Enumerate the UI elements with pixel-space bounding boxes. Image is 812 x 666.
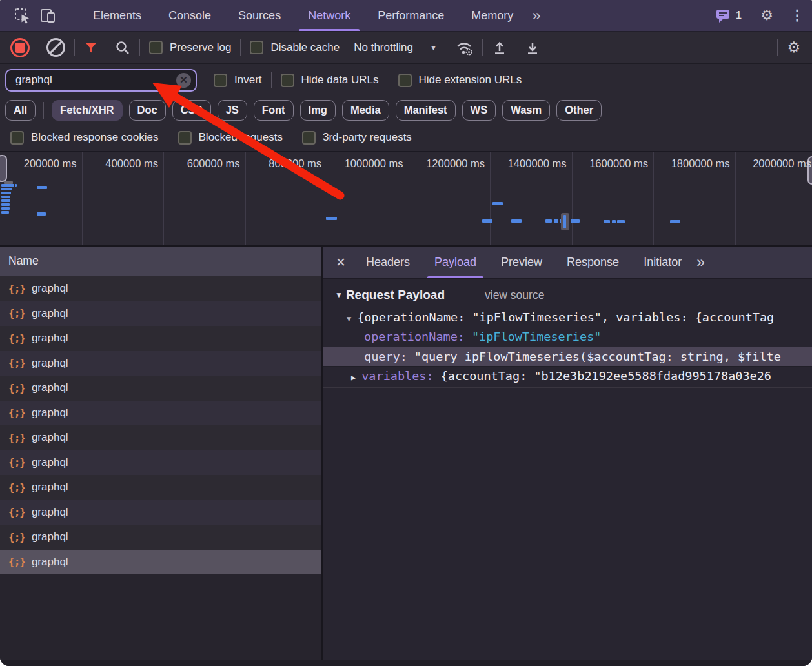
filter-chip-js[interactable]: JS — [218, 100, 247, 121]
clear-filter-icon[interactable]: ✕ — [176, 73, 191, 88]
timeline-request-bar — [482, 219, 492, 223]
tab-console[interactable]: Console — [155, 0, 225, 31]
name-column-header[interactable]: Name — [0, 247, 321, 276]
payload-variables-row[interactable]: ▶variables:{accountTag: "b12e3b2192ee558… — [323, 367, 812, 386]
devtools-window: ElementsConsoleSourcesNetworkPerformance… — [0, 0, 812, 666]
tree-expanded-icon[interactable]: ▼ — [347, 309, 351, 328]
filter-chip-ws[interactable]: WS — [462, 100, 496, 121]
record-network-log-button[interactable] — [10, 38, 30, 57]
payload-query-row-selected[interactable]: query:"query ipFlowTimeseries($accountTa… — [323, 347, 812, 367]
inspect-element-icon[interactable] — [9, 0, 35, 31]
checkbox-icon[interactable] — [250, 41, 263, 54]
details-tab-initiator[interactable]: Initiator — [631, 247, 694, 278]
network-main-area: Name {;}graphql{;}graphql{;}graphql{;}gr… — [0, 247, 812, 660]
filter-funnel-icon[interactable] — [84, 41, 98, 55]
filter-chip-fetch-xhr[interactable]: Fetch/XHR — [52, 100, 122, 121]
filter-input[interactable] — [14, 73, 176, 87]
network-request-row[interactable]: {;}graphql — [0, 301, 321, 327]
network-request-row[interactable]: {;}graphql — [0, 425, 321, 450]
disable-cache-checkbox[interactable]: Disable cache — [250, 41, 340, 54]
issues-message-icon[interactable] — [716, 8, 731, 23]
window-bottom-edge — [0, 660, 812, 666]
hide-data-urls-checkbox[interactable]: Hide data URLs — [281, 74, 379, 87]
throttling-select[interactable]: No throttling ▼ — [354, 41, 437, 54]
tab-performance[interactable]: Performance — [364, 0, 458, 31]
issues-count[interactable]: 1 — [736, 9, 742, 22]
checkbox-icon[interactable] — [281, 74, 294, 87]
network-request-row[interactable]: {;}graphql — [0, 401, 321, 426]
network-request-row[interactable]: {;}graphql — [0, 525, 321, 550]
more-details-tabs-icon[interactable]: » — [696, 254, 705, 271]
throttling-value: No throttling — [354, 41, 413, 54]
checkbox-icon[interactable] — [302, 131, 316, 145]
tab-network[interactable]: Network — [294, 0, 364, 31]
details-tab-payload[interactable]: Payload — [422, 247, 489, 278]
network-request-row[interactable]: {;}graphql — [0, 475, 321, 500]
request-payload-section[interactable]: ▼ Request Payload view source — [335, 288, 812, 302]
tree-collapsed-icon[interactable]: ▶ — [351, 368, 356, 387]
timeline-request-bar — [1, 188, 12, 190]
filter-chip-media[interactable]: Media — [342, 100, 389, 121]
filter-chip-all[interactable]: All — [5, 100, 36, 121]
filter-chip-wasm[interactable]: Wasm — [502, 100, 550, 121]
close-details-icon[interactable]: ✕ — [336, 255, 346, 270]
timeline-gridline — [735, 152, 736, 245]
details-tab-headers[interactable]: Headers — [354, 247, 422, 278]
network-request-row[interactable]: {;}graphql — [0, 376, 321, 401]
network-toolbar: Preserve log Disable cache No throttling… — [0, 32, 812, 64]
network-request-row[interactable]: {;}graphql — [0, 550, 321, 575]
request-name: graphql — [32, 282, 68, 295]
preserve-log-checkbox[interactable]: Preserve log — [149, 41, 231, 54]
import-har-icon[interactable] — [492, 40, 507, 56]
details-tab-response[interactable]: Response — [554, 247, 631, 278]
request-name: graphql — [32, 407, 68, 419]
network-request-row[interactable]: {;}graphql — [0, 500, 321, 525]
filter-chip-img[interactable]: Img — [300, 100, 336, 121]
network-settings-gear-icon[interactable]: ⚙ — [787, 40, 800, 55]
blocked-requests-checkbox[interactable]: Blocked requests — [178, 131, 283, 145]
checkbox-icon[interactable] — [398, 74, 412, 87]
tab-sources[interactable]: Sources — [225, 0, 294, 31]
device-toolbar-icon[interactable] — [35, 0, 61, 31]
filter-chip-css[interactable]: CSS — [172, 100, 211, 121]
kebab-menu-icon[interactable]: ⋮ — [790, 8, 804, 23]
checkbox-icon[interactable] — [10, 131, 24, 145]
filter-chip-manifest[interactable]: Manifest — [396, 100, 456, 121]
view-source-link[interactable]: view source — [485, 288, 544, 302]
blocked-response-cookies-checkbox[interactable]: Blocked response cookies — [10, 131, 159, 145]
invert-checkbox[interactable]: Invert — [214, 74, 262, 87]
network-conditions-icon[interactable] — [455, 39, 473, 56]
hide-extension-urls-checkbox[interactable]: Hide extension URLs — [398, 74, 522, 87]
payload-root-row[interactable]: ▼{operationName: "ipFlowTimeseries", var… — [323, 308, 812, 327]
fetch-xhr-icon: {;} — [8, 456, 25, 469]
export-har-icon[interactable] — [525, 40, 540, 56]
network-request-row[interactable]: {;}graphql — [0, 276, 321, 301]
payload-operation-row[interactable]: operationName:"ipFlowTimeseries" — [323, 327, 812, 347]
more-tabs-icon[interactable]: » — [532, 8, 540, 23]
request-name: graphql — [32, 530, 68, 543]
overview-left-resize-handle[interactable] — [0, 155, 7, 182]
timeline-gridline — [163, 152, 164, 245]
settings-gear-icon[interactable]: ⚙ — [760, 8, 773, 23]
timeline-tick: 1600000 ms — [589, 157, 648, 170]
third-party-requests-checkbox[interactable]: 3rd-party requests — [302, 131, 412, 145]
main-panel-tabs: ElementsConsoleSourcesNetworkPerformance… — [79, 0, 527, 31]
tab-memory[interactable]: Memory — [458, 0, 527, 31]
network-request-row[interactable]: {;}graphql — [0, 450, 321, 476]
timeline-request-bar — [1, 196, 10, 198]
checkbox-icon[interactable] — [214, 74, 227, 87]
filter-chip-doc[interactable]: Doc — [129, 100, 166, 121]
details-tab-preview[interactable]: Preview — [489, 247, 554, 278]
checkbox-icon[interactable] — [149, 41, 163, 54]
checkbox-icon[interactable] — [178, 131, 192, 145]
network-request-row[interactable]: {;}graphql — [0, 351, 321, 376]
filter-chip-font[interactable]: Font — [254, 100, 294, 121]
filter-chip-other[interactable]: Other — [556, 100, 602, 121]
network-request-row[interactable]: {;}graphql — [0, 326, 321, 351]
tab-elements[interactable]: Elements — [79, 0, 155, 31]
timeline-tick: 1800000 ms — [671, 157, 730, 170]
clear-network-log-button[interactable] — [46, 38, 65, 57]
search-icon[interactable] — [115, 40, 130, 56]
fetch-xhr-icon: {;} — [8, 357, 25, 369]
blocked-filters-row: Blocked response cookies Blocked request… — [0, 124, 812, 151]
